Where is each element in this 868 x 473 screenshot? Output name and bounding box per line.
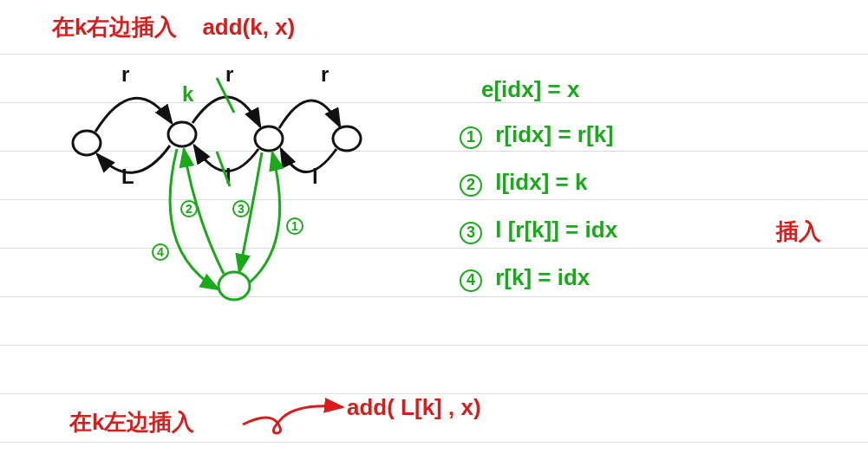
arrow-1 bbox=[250, 152, 280, 282]
arrow-3 bbox=[239, 152, 262, 272]
arc-l2 bbox=[194, 146, 258, 172]
node-new bbox=[219, 272, 250, 300]
arrow-4 bbox=[170, 149, 219, 289]
arc-r3 bbox=[279, 100, 340, 128]
strike-old-r bbox=[217, 78, 234, 113]
arc-l3 bbox=[281, 149, 336, 172]
arc-r1 bbox=[95, 98, 172, 132]
arc-l1 bbox=[97, 146, 170, 172]
diagram-svg bbox=[0, 0, 868, 473]
node-4 bbox=[333, 126, 361, 151]
arc-r2 bbox=[193, 97, 260, 126]
node-2 bbox=[168, 122, 196, 146]
red-arrow-bottom bbox=[243, 406, 343, 433]
node-3 bbox=[255, 126, 283, 151]
node-1 bbox=[73, 131, 101, 155]
